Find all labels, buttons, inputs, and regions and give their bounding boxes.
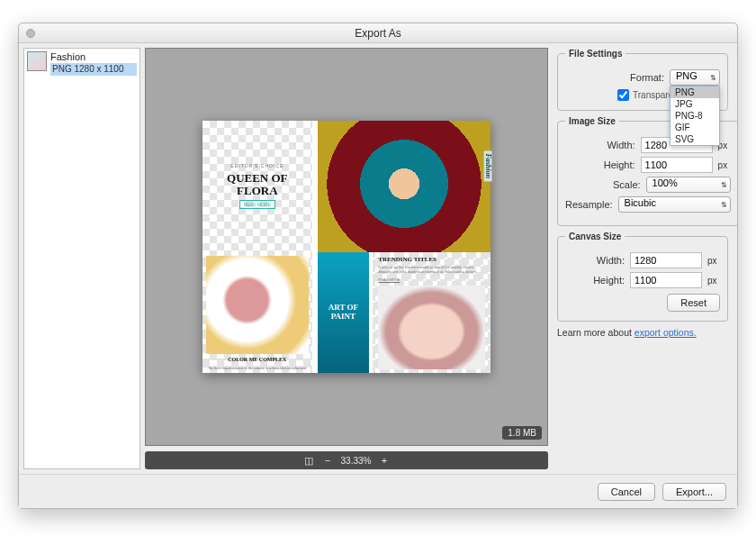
canvas-height-row: Height: px (565, 272, 720, 288)
asset-meta: Fashion PNG 1280 x 1100 (50, 51, 137, 76)
art-tile-trending: TRENDING TITLES Catch up on the last mem… (369, 252, 490, 373)
art-tile-trending-face (378, 286, 485, 369)
art-hero-title: QUEEN OF FLORA (208, 172, 307, 196)
image-resample-label: Resample: (565, 199, 613, 210)
image-scale-select[interactable]: 100% (646, 177, 731, 193)
cancel-button[interactable]: Cancel (598, 483, 655, 501)
preview-toolbar: ◫ − 33.33% + (145, 451, 548, 469)
image-resample-row: Resample: Bicubic ⇅ (565, 196, 731, 213)
format-select-wrap[interactable]: PNG ⇅ PNG JPG PNG-8 GIF SVG (670, 69, 720, 86)
art-tile-photo: Fashion (312, 121, 490, 252)
titlebar[interactable]: Export As (19, 23, 737, 43)
image-height-input[interactable] (641, 157, 713, 173)
canvas-size-legend: Canvas Size (565, 232, 625, 241)
image-resample-select-wrap[interactable]: Bicubic ⇅ (618, 196, 731, 213)
art-tile-color-title: COLOR ME COMPLEX (202, 354, 312, 366)
format-option-png8[interactable]: PNG-8 (670, 110, 719, 122)
image-scale-select-wrap[interactable]: 100% ⇅ (646, 177, 731, 193)
export-button[interactable]: Export... (662, 483, 726, 501)
image-resample-select[interactable]: Bicubic (618, 196, 731, 213)
dialog-footer: Cancel Export... (19, 474, 737, 508)
image-scale-label: Scale: (613, 179, 641, 190)
unit-px: px (707, 256, 720, 266)
image-width-label: Width: (607, 140, 634, 150)
reset-button[interactable]: Reset (667, 294, 720, 312)
window-title: Export As (19, 27, 737, 40)
settings-panel: File Settings Format: PNG ⇅ PNG JPG PNG-… (548, 43, 737, 474)
asset-thumb (27, 51, 47, 71)
asset-format-line: PNG 1280 x 1100 (50, 63, 137, 76)
format-label: Format: (630, 72, 664, 83)
art-eyebrow: EDITOR'S CHOICE (230, 163, 284, 168)
image-height-label: Height: (604, 159, 635, 170)
art-tile-color-sub: Go from impressionist to the ornate in a… (202, 366, 312, 373)
art-tile-color: COLOR ME COMPLEX Go from impressionist t… (202, 252, 312, 373)
export-as-dialog: Export As Fashion PNG 1280 x 1100 EDITOR… (18, 23, 738, 509)
transparency-checkbox[interactable] (617, 89, 629, 101)
art-tile-trending-copy: Catch up on the last memorable artists o… (373, 263, 490, 276)
art-tile-bottom-row: ART OF PAINT TRENDING TITLES Catch up on… (312, 252, 490, 373)
canvas-tool-icon[interactable]: ◫ (303, 455, 315, 467)
asset-name: Fashion (50, 51, 137, 62)
format-option-png[interactable]: PNG (670, 86, 719, 98)
dialog-body: Fashion PNG 1280 x 1100 EDITOR'S CHOICE … (19, 43, 737, 474)
learn-prefix: Learn more about (557, 327, 634, 338)
format-select[interactable]: PNG (670, 69, 720, 86)
canvas-size-group: Canvas Size Width: px Height: px Reset (557, 232, 728, 322)
art-tile-color-image (206, 256, 309, 354)
preview-artwork: EDITOR'S CHOICE QUEEN OF FLORA READ MORE… (202, 121, 490, 373)
learn-link[interactable]: export options. (634, 327, 697, 338)
art-tile-hero: EDITOR'S CHOICE QUEEN OF FLORA READ MORE (202, 121, 312, 252)
canvas-width-row: Width: px (565, 252, 720, 268)
learn-more: Learn more about export options. (557, 327, 728, 338)
format-option-gif[interactable]: GIF (670, 122, 719, 133)
canvas-width-input[interactable] (630, 252, 702, 268)
format-option-jpg[interactable]: JPG (670, 98, 719, 110)
file-settings-group: File Settings Format: PNG ⇅ PNG JPG PNG-… (557, 49, 728, 111)
canvas-height-input[interactable] (630, 272, 702, 288)
preview-panel: EDITOR'S CHOICE QUEEN OF FLORA READ MORE… (145, 48, 548, 469)
canvas-width-label: Width: (597, 255, 625, 266)
preview-canvas[interactable]: EDITOR'S CHOICE QUEEN OF FLORA READ MORE… (145, 48, 548, 446)
zoom-value[interactable]: 33.33% (341, 456, 372, 466)
asset-list: Fashion PNG 1280 x 1100 (23, 48, 140, 469)
format-option-svg[interactable]: SVG (670, 133, 719, 145)
canvas-reset-row: Reset (565, 294, 720, 312)
art-tile-trending-cta: READ MORE (373, 276, 490, 284)
image-scale-row: Scale: 100% ⇅ (565, 177, 731, 193)
canvas-height-label: Height: (593, 275, 625, 286)
art-tile-trending-title: TRENDING TITLES (373, 252, 490, 263)
format-row: Format: PNG ⇅ PNG JPG PNG-8 GIF SVG (565, 69, 720, 86)
unit-px: px (718, 160, 731, 170)
zoom-out-icon[interactable]: − (322, 455, 334, 467)
filesize-badge: 1.8 MB (502, 426, 542, 440)
art-tile-artofpaint: ART OF PAINT (318, 252, 370, 373)
file-settings-legend: File Settings (565, 49, 626, 59)
zoom-in-icon[interactable]: + (378, 455, 390, 467)
art-hero-cta: READ MORE (239, 200, 275, 209)
unit-px: px (707, 276, 720, 286)
format-dropdown[interactable]: PNG JPG PNG-8 GIF SVG (670, 86, 720, 146)
art-side-label: Fashion (484, 150, 492, 181)
image-size-legend: Image Size (565, 116, 619, 126)
asset-item[interactable]: Fashion PNG 1280 x 1100 (26, 50, 138, 77)
image-height-row: Height: px (565, 157, 731, 173)
